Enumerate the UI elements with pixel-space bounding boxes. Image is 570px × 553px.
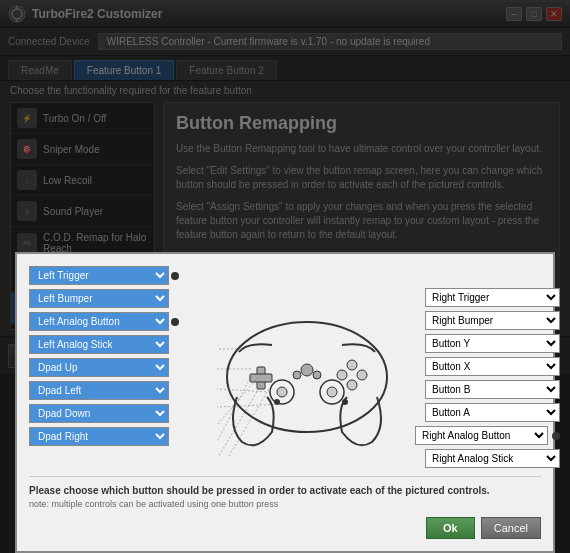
left-trigger-dropdown[interactable]: Left Trigger xyxy=(29,266,169,285)
dpad-up-dropdown[interactable]: Dpad Up xyxy=(29,358,169,377)
right-trigger-row: Right Trigger xyxy=(415,288,560,307)
left-bumper-row: Left Bumper xyxy=(29,289,199,308)
right-analog-button-dropdown[interactable]: Right Analog Button xyxy=(415,426,548,445)
svg-rect-15 xyxy=(250,374,272,382)
button-x-row: Button X xyxy=(415,357,560,376)
right-analog-stick-dropdown[interactable]: Right Analog Stick xyxy=(425,449,560,468)
left-trigger-dot xyxy=(171,272,179,280)
left-analog-stick-row: Left Analog Stick xyxy=(29,335,199,354)
cancel-button[interactable]: Cancel xyxy=(481,517,541,539)
svg-point-18 xyxy=(337,370,347,380)
svg-point-17 xyxy=(357,370,367,380)
left-dropdowns: Left Trigger Left Bumper Left Analog But… xyxy=(29,266,199,468)
left-analog-button-dropdown[interactable]: Left Analog Button xyxy=(29,312,169,331)
left-analog-button-dot xyxy=(171,318,179,326)
modal-footer-text: Please choose which button should be pre… xyxy=(29,485,541,496)
button-y-dropdown[interactable]: Button Y xyxy=(425,334,560,353)
dpad-left-row: Dpad Left xyxy=(29,381,199,400)
ok-button[interactable]: Ok xyxy=(426,517,475,539)
left-bumper-dropdown[interactable]: Left Bumper xyxy=(29,289,169,308)
button-remapping-modal: Left Trigger Left Bumper Left Analog But… xyxy=(15,252,555,553)
right-dropdowns: Right Trigger Right Bumper Button Y Butt… xyxy=(415,266,560,468)
svg-point-16 xyxy=(347,360,357,370)
dpad-left-dropdown[interactable]: Dpad Left xyxy=(29,381,169,400)
modal-overlay: Left Trigger Left Bumper Left Analog But… xyxy=(0,0,570,553)
svg-point-24 xyxy=(342,399,348,405)
modal-footer-buttons: Ok Cancel xyxy=(29,517,541,539)
modal-body: Left Trigger Left Bumper Left Analog But… xyxy=(29,266,541,468)
left-trigger-row: Left Trigger xyxy=(29,266,199,285)
left-analog-stick-dropdown[interactable]: Left Analog Stick xyxy=(29,335,169,354)
right-trigger-dropdown[interactable]: Right Trigger xyxy=(425,288,560,307)
button-x-dropdown[interactable]: Button X xyxy=(425,357,560,376)
dpad-right-row: Dpad Right xyxy=(29,427,199,446)
button-b-row: Button B xyxy=(415,380,560,399)
button-a-row: Button A xyxy=(415,403,560,422)
right-spacer xyxy=(415,266,560,284)
dpad-down-row: Dpad Down xyxy=(29,404,199,423)
svg-point-19 xyxy=(347,380,357,390)
controller-image xyxy=(207,266,407,468)
right-analog-stick-row: Right Analog Stick xyxy=(415,449,560,468)
right-analog-button-row: Right Analog Button xyxy=(415,426,560,445)
svg-point-20 xyxy=(293,371,301,379)
svg-line-31 xyxy=(217,385,261,457)
right-bumper-dropdown[interactable]: Right Bumper xyxy=(425,311,560,330)
svg-point-13 xyxy=(327,387,337,397)
modal-footer-note: note: multiple controls can be activated… xyxy=(29,499,541,509)
svg-line-30 xyxy=(217,378,250,442)
button-a-dropdown[interactable]: Button A xyxy=(425,403,560,422)
left-analog-button-row: Left Analog Button xyxy=(29,312,199,331)
controller-diagram xyxy=(207,277,407,457)
button-b-dropdown[interactable]: Button B xyxy=(425,380,560,399)
dpad-up-row: Dpad Up xyxy=(29,358,199,377)
modal-footer: Please choose which button should be pre… xyxy=(29,476,541,539)
right-analog-button-dot xyxy=(552,432,560,440)
dpad-right-dropdown[interactable]: Dpad Right xyxy=(29,427,169,446)
svg-point-11 xyxy=(277,387,287,397)
dpad-down-dropdown[interactable]: Dpad Down xyxy=(29,404,169,423)
svg-point-21 xyxy=(313,371,321,379)
right-bumper-row: Right Bumper xyxy=(415,311,560,330)
svg-point-22 xyxy=(301,364,313,376)
button-y-row: Button Y xyxy=(415,334,560,353)
